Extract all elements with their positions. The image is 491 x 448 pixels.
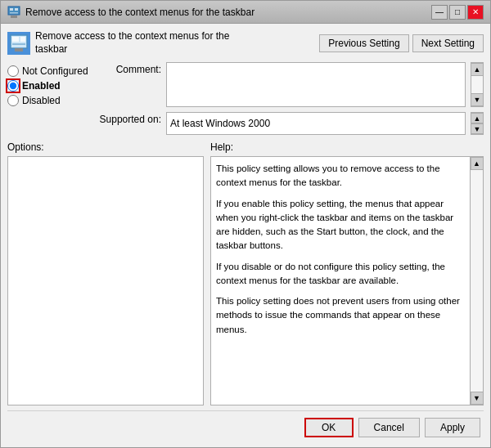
help-label: Help: xyxy=(210,141,484,153)
help-scroll-track xyxy=(471,170,483,392)
help-para4: This policy setting does not prevent use… xyxy=(216,294,465,337)
minimize-button[interactable]: — xyxy=(431,5,448,20)
comment-input[interactable] xyxy=(166,62,466,107)
help-para2: If you enable this policy setting, the m… xyxy=(216,197,465,253)
prev-setting-button[interactable]: Previous Setting xyxy=(319,34,408,52)
options-box xyxy=(7,156,204,405)
enabled-radio-wrapper xyxy=(7,80,19,92)
supported-value: At least Windows 2000 xyxy=(166,112,466,135)
right-fields: Comment: ▲ ▼ Supported on: At least Wind… xyxy=(96,62,484,135)
comment-scrollbar: ▲ ▼ xyxy=(471,62,484,107)
disabled-label: Disabled xyxy=(22,95,61,106)
supported-scrollbar: ▲ ▼ xyxy=(471,112,484,135)
title-controls: — □ ✕ xyxy=(431,5,484,20)
main-window: Remove access to the context menus for t… xyxy=(0,0,491,448)
help-scroll-container: This policy setting allows you to remove… xyxy=(210,156,484,405)
not-configured-radio[interactable] xyxy=(7,65,19,77)
svg-rect-8 xyxy=(12,43,25,45)
help-para3: If you disable or do not configure this … xyxy=(216,260,465,289)
svg-rect-1 xyxy=(10,8,13,11)
supported-scroll-down[interactable]: ▼ xyxy=(471,123,484,134)
footer: OK Cancel Apply xyxy=(7,410,484,441)
help-scrollbar: ▲ ▼ xyxy=(471,156,484,405)
window-icon xyxy=(7,6,20,19)
enabled-radio[interactable] xyxy=(7,80,19,92)
panels-row: Options: Help: This policy setting allow… xyxy=(7,141,484,405)
maximize-button[interactable]: □ xyxy=(449,5,466,20)
radio-disabled: Disabled xyxy=(7,95,89,106)
comment-scroll-up[interactable]: ▲ xyxy=(471,63,484,76)
svg-rect-7 xyxy=(20,37,25,42)
options-label: Options: xyxy=(7,141,204,153)
svg-rect-3 xyxy=(10,12,18,14)
help-para1: This policy setting allows you to remove… xyxy=(216,162,465,190)
help-scroll-down[interactable]: ▼ xyxy=(471,392,484,405)
cancel-button[interactable]: Cancel xyxy=(358,418,420,437)
svg-rect-9 xyxy=(15,48,23,52)
apply-button[interactable]: Apply xyxy=(425,418,480,437)
comment-scroll-down[interactable]: ▼ xyxy=(471,93,484,106)
header-row: Remove access to the context menus for t… xyxy=(7,30,484,56)
help-panel: Help: This policy setting allows you to … xyxy=(210,141,484,405)
comment-scroll-track xyxy=(471,76,483,93)
comment-label: Comment: xyxy=(96,62,161,75)
form-section: Not Configured Enabled Disabled Comment: xyxy=(7,62,484,135)
policy-title: Remove access to the context menus for t… xyxy=(35,30,264,56)
svg-rect-2 xyxy=(15,8,18,11)
enabled-label: Enabled xyxy=(22,80,61,92)
window-title: Remove access to the context menus for t… xyxy=(25,7,255,18)
radio-not-configured: Not Configured xyxy=(7,65,89,77)
ok-button[interactable]: OK xyxy=(304,418,354,437)
policy-icon xyxy=(7,32,30,55)
help-content: This policy setting allows you to remove… xyxy=(210,156,471,405)
svg-rect-6 xyxy=(12,37,19,42)
nav-buttons: Previous Setting Next Setting xyxy=(319,34,484,52)
close-button[interactable]: ✕ xyxy=(467,5,484,20)
title-bar: Remove access to the context menus for t… xyxy=(1,1,490,24)
header-left: Remove access to the context menus for t… xyxy=(7,30,264,56)
radio-enabled: Enabled xyxy=(7,80,89,92)
not-configured-label: Not Configured xyxy=(22,65,88,77)
comment-row: Comment: ▲ ▼ xyxy=(96,62,484,107)
options-panel: Options: xyxy=(7,141,204,405)
supported-scroll-up[interactable]: ▲ xyxy=(471,113,484,123)
next-setting-button[interactable]: Next Setting xyxy=(412,34,484,52)
radio-group: Not Configured Enabled Disabled xyxy=(7,62,89,135)
svg-rect-4 xyxy=(11,16,17,18)
supported-row: Supported on: At least Windows 2000 ▲ ▼ xyxy=(96,112,484,135)
supported-label: Supported on: xyxy=(96,112,161,125)
help-scroll-up[interactable]: ▲ xyxy=(471,157,484,170)
disabled-radio[interactable] xyxy=(7,95,19,106)
content-area: Remove access to the context menus for t… xyxy=(1,24,490,447)
